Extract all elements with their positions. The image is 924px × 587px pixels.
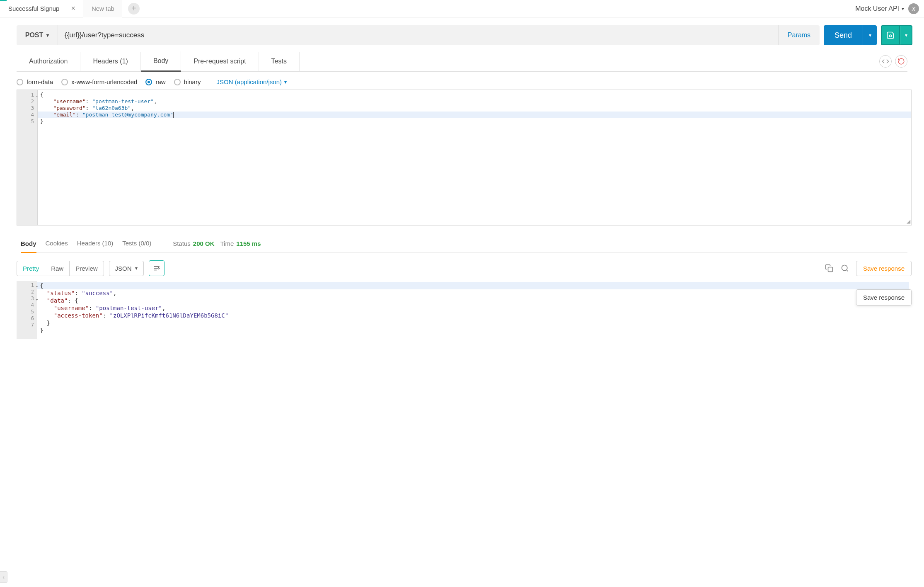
code-line: "email": "postman-test@mycompany.com" [38,112,911,118]
line-number: 5 [17,308,37,315]
line-number: 3▾ [17,295,37,302]
resp-tab-cookies[interactable]: Cookies [46,240,68,247]
environment-selector[interactable]: Mock User API ▾ [855,5,904,12]
chevron-down-icon: ▾ [46,32,49,38]
resp-code-area[interactable]: { "status": "success", "data": { "userna… [37,281,912,339]
request-body-editor[interactable]: 1▾ 2 3 4 5 { "username": "postman-test-u… [17,90,912,226]
chevron-down-icon: ▾ [284,79,287,85]
tab-tests[interactable]: Tests [259,52,300,71]
reset-button[interactable] [895,55,907,68]
code-snippet-button[interactable] [879,55,892,68]
code-line: } [40,118,909,125]
tab-body[interactable]: Body [141,51,181,72]
save-response-button[interactable]: Save response [856,261,912,276]
tab-authorization[interactable]: Authorization [17,52,80,71]
radio-form-data[interactable]: form-data [17,78,53,85]
params-label: Params [788,32,810,39]
code-line: } [40,327,909,334]
status-label: Status [173,240,191,247]
response-body-editor[interactable]: 1▾ 2 3▾ 4 5 6 7 { "status": "success", "… [17,281,912,339]
search-icon [841,264,849,272]
format-label: JSON [115,265,132,272]
resp-tab-body[interactable]: Body [21,240,36,253]
add-tab-button[interactable]: + [128,3,140,15]
tab-active[interactable]: Successful Signup × [0,0,83,17]
view-pretty[interactable]: Pretty [17,261,45,276]
response-header: Body Cookies Headers (10) Tests (0/0) St… [21,240,907,253]
line-number: 4 [17,112,37,118]
radio-label: form-data [27,78,53,85]
chevron-down-icon: ▾ [902,6,904,12]
tab-bar: Successful Signup × New tab + Mock User … [0,0,924,17]
line-number: 1▾ [17,92,37,98]
tab-headers[interactable]: Headers (1) [80,52,140,71]
line-number: 5 [17,118,37,125]
radio-label: x-www-form-urlencoded [71,78,137,85]
code-line: "username": "postman-test-user", [40,98,909,105]
line-number: 2 [17,289,37,295]
status-value: 200 OK [193,240,215,247]
svg-point-5 [842,265,847,271]
send-dropdown[interactable]: ▾ [863,25,877,45]
copy-button[interactable] [825,264,834,273]
line-number: 1▾ [17,282,37,289]
resize-handle[interactable]: ◢ [907,218,910,224]
response-status: Status 200 OK Time 1155 ms [173,240,261,247]
view-preview[interactable]: Preview [70,261,103,276]
line-number: 3 [17,105,37,112]
code-line: "data": { [40,297,909,304]
radio-raw[interactable]: raw [145,78,165,85]
resp-tab-tests[interactable]: Tests (0/0) [122,240,151,247]
request-input-wrap: POST ▾ Params [17,25,820,45]
save-dropdown[interactable]: ▾ [900,25,912,45]
method-selector[interactable]: POST ▾ [17,25,58,45]
request-bar: POST ▾ Params Send ▾ ▾ [17,25,912,46]
chevron-down-icon: ▾ [135,265,138,271]
response-toolbar: Pretty Raw Preview JSON ▾ Save response [17,260,912,276]
content-type-selector[interactable]: JSON (application/json) ▾ [216,78,287,85]
resp-tab-headers[interactable]: Headers (10) [77,240,114,247]
svg-line-6 [847,270,848,272]
svg-rect-4 [828,267,832,272]
tab-new-label: New tab [92,5,114,12]
view-mode-group: Pretty Raw Preview [17,261,104,276]
search-button[interactable] [840,264,849,273]
chevron-down-icon: ▾ [869,32,871,38]
wrap-icon [153,264,160,272]
wrap-toggle[interactable] [149,260,164,276]
format-selector[interactable]: JSON ▾ [109,261,144,276]
reset-icon [897,58,905,65]
tab-prerequest[interactable]: Pre-request script [181,52,259,71]
line-number: 6 [17,315,37,322]
save-button[interactable] [881,25,900,45]
code-line: "password": "la62n0a63b", [40,105,909,112]
radio-icon [17,79,23,85]
radio-binary[interactable]: binary [174,78,201,85]
tab-active-label: Successful Signup [8,5,59,12]
code-line: { [40,92,909,98]
line-number: 2 [17,98,37,105]
body-type-selector: form-data x-www-form-urlencoded raw bina… [17,78,907,85]
url-input[interactable] [58,25,778,45]
send-button[interactable]: Send [824,25,863,45]
time-value: 1155 ms [236,240,261,247]
time-label: Time [220,240,234,247]
tab-new[interactable]: New tab [83,0,122,17]
method-label: POST [25,32,44,39]
line-number: 4 [17,302,37,308]
save-response-tooltip: Save response [856,289,912,306]
code-line: "status": "success", [40,289,909,297]
view-raw[interactable]: Raw [45,261,70,276]
chevron-down-icon: ▾ [905,32,907,38]
copy-icon [825,264,833,272]
code-area[interactable]: { "username": "postman-test-user", "pass… [38,90,911,225]
save-icon [886,31,895,39]
content-type-label: JSON (application/json) [216,78,282,85]
params-button[interactable]: Params [778,25,820,45]
environment-vars-icon[interactable]: x [908,3,919,14]
resp-gutter: 1▾ 2 3▾ 4 5 6 7 [17,281,37,339]
close-icon[interactable]: × [71,4,75,13]
radio-urlencoded[interactable]: x-www-form-urlencoded [61,78,137,85]
send-label: Send [835,31,852,39]
editor-gutter: 1▾ 2 3 4 5 [17,90,38,225]
